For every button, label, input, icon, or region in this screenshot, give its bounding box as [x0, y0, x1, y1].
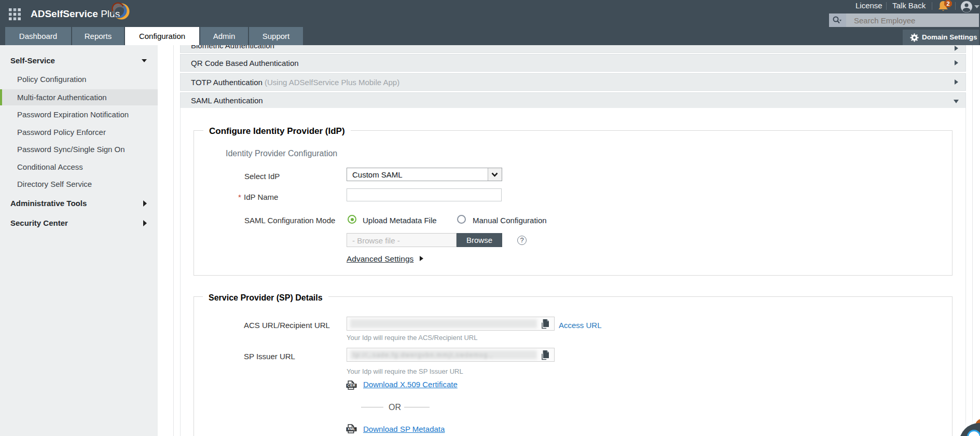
svg-text:XML: XML: [348, 427, 356, 431]
svg-text:CER: CER: [348, 384, 356, 387]
